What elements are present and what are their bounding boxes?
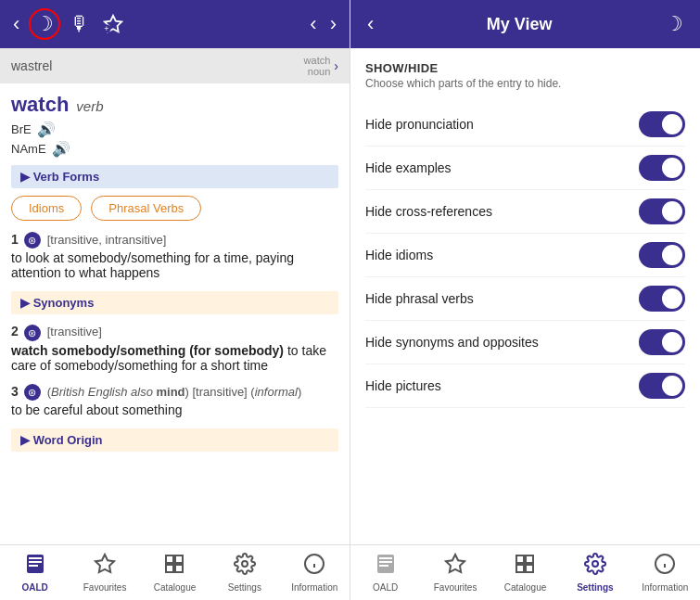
- toggle-phrasal-verbs: Hide phrasal verbs: [365, 277, 685, 321]
- def-text-2: watch somebody/something (for somebody) …: [11, 343, 338, 373]
- catalogue-icon: [163, 553, 185, 581]
- right-top-bar: ‹ My View ☽: [350, 0, 700, 48]
- svg-rect-8: [166, 555, 173, 563]
- toggle-synonyms-opposites: Hide synonyms and opposites: [365, 321, 685, 364]
- moon-icon[interactable]: ☽: [29, 8, 60, 40]
- svg-rect-18: [379, 561, 392, 563]
- svg-rect-19: [379, 565, 388, 567]
- toggle-synonyms-opposites-switch[interactable]: [639, 329, 685, 355]
- right-tab-catalogue-label: Catalogue: [504, 582, 547, 593]
- def-icon-1: ⊛: [24, 232, 41, 249]
- def-icon-2: ⊛: [24, 325, 41, 341]
- right-oald-icon: [375, 553, 397, 581]
- next-icon[interactable]: ›: [326, 10, 340, 38]
- def-text-1: to look at somebody/something for a time…: [11, 250, 338, 280]
- name-label: NAmE: [11, 142, 46, 156]
- svg-rect-17: [379, 557, 392, 559]
- right-tab-favourites-label: Favourites: [434, 582, 477, 593]
- toggle-cross-references-switch[interactable]: [639, 198, 685, 224]
- left-tab-favourites[interactable]: Favourites: [82, 553, 128, 593]
- svg-rect-21: [516, 555, 524, 563]
- mic-icon[interactable]: 🎙: [66, 10, 94, 38]
- breadcrumb-current: watch noun: [57, 55, 330, 77]
- right-tab-info[interactable]: Information: [642, 553, 688, 593]
- toggle-pictures-switch[interactable]: [639, 373, 685, 399]
- toggle-pronunciation-switch[interactable]: [639, 111, 685, 137]
- left-tab-info-label: Information: [291, 582, 337, 593]
- left-tab-bar: OALD Favourites Catalogue Settings Infor…: [0, 544, 350, 600]
- right-title: My View: [377, 15, 661, 34]
- name-sound-icon[interactable]: 🔊: [52, 140, 70, 158]
- def-text-3: to be careful about something: [11, 402, 338, 417]
- toggle-examples-switch[interactable]: [639, 155, 685, 181]
- def-num-2: 2: [11, 324, 19, 338]
- svg-rect-24: [526, 565, 533, 572]
- left-tab-settings[interactable]: Settings: [222, 553, 268, 593]
- synonyms-bar[interactable]: Synonyms: [11, 291, 338, 314]
- def-icon-3: ⊛: [24, 384, 41, 401]
- svg-marker-20: [446, 555, 465, 572]
- left-tab-catalogue[interactable]: Catalogue: [151, 553, 197, 593]
- toggle-idioms-switch[interactable]: [639, 242, 685, 268]
- idioms-button[interactable]: Idioms: [11, 196, 82, 221]
- left-tab-oald[interactable]: OALD: [12, 553, 58, 593]
- left-tab-oald-label: OALD: [22, 582, 48, 593]
- svg-point-25: [592, 561, 598, 567]
- svg-rect-5: [29, 561, 42, 563]
- breadcrumb-prev[interactable]: wastrel: [11, 58, 52, 73]
- buttons-row: Idioms Phrasal Verbs: [11, 196, 338, 221]
- toggle-phrasal-verbs-label: Hide phrasal verbs: [365, 291, 474, 306]
- svg-rect-10: [166, 565, 173, 572]
- star-icon[interactable]: +: [99, 12, 127, 36]
- definition-3: 3 ⊛ (British English also mind) [transit…: [11, 384, 338, 417]
- left-tab-settings-label: Settings: [228, 582, 261, 593]
- bre-sound-icon[interactable]: 🔊: [37, 121, 56, 138]
- left-tab-favourites-label: Favourites: [83, 582, 127, 593]
- show-hide-subtitle: Choose which parts of the entry to hide.: [365, 77, 685, 90]
- entry-pos: verb: [76, 98, 103, 114]
- toggle-phrasal-verbs-switch[interactable]: [639, 286, 685, 312]
- right-tab-settings-label: Settings: [577, 582, 613, 593]
- right-favourites-icon: [444, 553, 466, 581]
- right-tab-settings[interactable]: Settings: [572, 553, 618, 593]
- left-tab-info[interactable]: Information: [291, 553, 337, 593]
- right-catalogue-icon: [514, 553, 536, 581]
- toggle-idioms: Hide idioms: [365, 234, 685, 277]
- svg-rect-11: [175, 565, 183, 572]
- show-hide-title: SHOW/HIDE: [365, 61, 685, 75]
- def-num-3: 3: [11, 384, 19, 399]
- right-back-icon[interactable]: ‹: [363, 10, 377, 38]
- breadcrumb-arrow: ›: [334, 58, 338, 73]
- toggle-pronunciation: Hide pronunciation: [365, 103, 685, 147]
- def-num-1: 1: [11, 232, 19, 247]
- toggle-examples-label: Hide examples: [365, 160, 452, 175]
- definition-1: 1 ⊛ [transitive, intransitive] to look a…: [11, 232, 338, 280]
- right-tab-catalogue[interactable]: Catalogue: [502, 553, 548, 593]
- left-content: watch verb BrE 🔊 NAmE 🔊 Verb Forms Idiom…: [0, 83, 350, 544]
- right-tab-info-label: Information: [642, 582, 688, 593]
- right-moon-icon[interactable]: ☽: [661, 10, 687, 38]
- def-meta-1: [transitive, intransitive]: [47, 233, 167, 247]
- left-top-bar: ‹ ☽ 🎙 + ‹ ›: [0, 0, 350, 48]
- right-tab-oald[interactable]: OALD: [363, 553, 409, 593]
- oald-icon: [24, 553, 46, 581]
- name-row: NAmE 🔊: [11, 140, 338, 158]
- svg-rect-4: [29, 557, 42, 559]
- word-origin-bar[interactable]: Word Origin: [11, 428, 338, 452]
- definition-2: 2 ⊛ [transitive] watch somebody/somethin…: [11, 324, 338, 372]
- def-meta-2: [transitive]: [47, 325, 102, 338]
- left-panel: ‹ ☽ 🎙 + ‹ › wastrel watch noun › watch: [0, 0, 350, 600]
- breadcrumb: wastrel watch noun ›: [0, 48, 350, 83]
- verb-forms-bar[interactable]: Verb Forms: [11, 165, 338, 188]
- right-tab-favourites[interactable]: Favourites: [432, 553, 478, 593]
- toggle-pictures: Hide pictures: [365, 364, 685, 408]
- svg-rect-6: [29, 565, 38, 567]
- entry-word: watch: [11, 93, 69, 117]
- favourites-icon: [94, 553, 116, 581]
- left-back-icon[interactable]: ‹: [9, 10, 23, 38]
- svg-text:+: +: [105, 24, 109, 33]
- prev-icon[interactable]: ‹: [306, 10, 320, 38]
- phrasal-verbs-button[interactable]: Phrasal Verbs: [91, 196, 201, 221]
- bre-label: BrE: [11, 122, 32, 136]
- svg-marker-7: [95, 555, 114, 572]
